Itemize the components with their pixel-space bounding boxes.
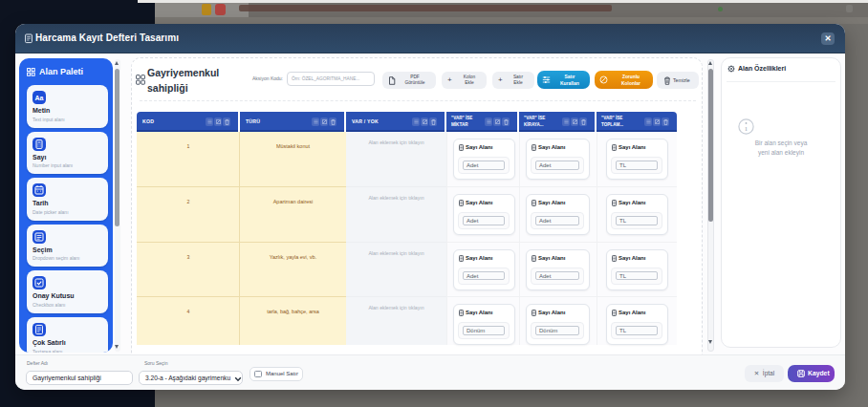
svg-text:ı: ı [745,123,748,133]
svg-text:Aa: Aa [35,95,44,101]
